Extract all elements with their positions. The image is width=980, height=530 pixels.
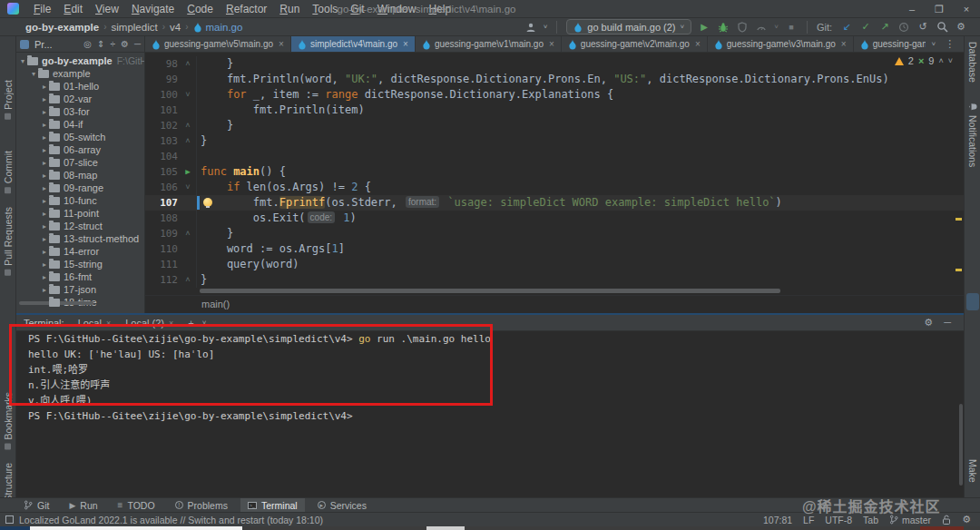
git-rollback-button[interactable]: ↺	[916, 20, 929, 34]
editor-tab-active[interactable]: simpledict\v4\main.go×	[291, 36, 416, 52]
code-line-111[interactable]: 111 query(word)	[145, 257, 964, 272]
fold-marker-icon[interactable]: ˄	[180, 56, 196, 72]
run-main-gutter-icon[interactable]: ▶	[185, 167, 190, 176]
tree-chevron-icon[interactable]: ▸	[40, 248, 49, 256]
tree-chevron-icon[interactable]: ▸	[40, 146, 49, 154]
intention-bulb-icon[interactable]	[203, 198, 212, 207]
prev-problem-icon[interactable]: ˄	[938, 56, 943, 65]
code-line-99[interactable]: 99 fmt.Println(word, "UK:", dictResponse…	[145, 72, 964, 87]
tool-window-button-git[interactable]: Git	[16, 498, 56, 513]
panel-settings-icon[interactable]: ⚙	[121, 39, 129, 49]
tab-close-icon[interactable]: ×	[841, 39, 847, 49]
background-tasks-icon[interactable]: ⚙	[962, 514, 971, 525]
tab-close-icon[interactable]: ×	[549, 39, 554, 49]
tree-chevron-icon[interactable]: ▾	[18, 57, 27, 65]
menu-item-code[interactable]: Code	[181, 0, 220, 18]
code-line-104[interactable]: 104	[145, 149, 964, 164]
project-tree-panel[interactable]: ▾go-by-exampleF:\GitHub▾example▸01-hello…	[16, 53, 145, 313]
next-problem-icon[interactable]: ˅	[948, 56, 953, 65]
breadcrumb-item[interactable]: v4	[170, 22, 181, 33]
error-stripe-mark[interactable]	[956, 269, 962, 271]
menu-item-view[interactable]: View	[89, 0, 125, 18]
tree-item-01-hello[interactable]: ▸01-hello	[16, 80, 144, 93]
git-history-icon[interactable]	[897, 20, 910, 34]
fold-marker-icon[interactable]: ˅	[180, 87, 196, 103]
tree-chevron-icon[interactable]: ▸	[40, 95, 49, 103]
tree-item-03-for[interactable]: ▸03-for	[16, 105, 144, 118]
menu-item-file[interactable]: File	[27, 0, 57, 18]
tree-item-example[interactable]: ▾example	[16, 67, 144, 80]
code-line-112[interactable]: 112˄}	[145, 272, 964, 288]
tree-chevron-icon[interactable]: ▾	[29, 70, 38, 78]
editor-tab[interactable]: guessing-game\v3\main.go×	[708, 36, 854, 52]
coverage-button[interactable]	[736, 20, 749, 34]
maximize-button[interactable]: ❐	[926, 0, 953, 18]
inspections-widget[interactable]: 2 × 9 ˄ ˅	[895, 55, 953, 66]
profile-chevron-icon[interactable]: ˅	[544, 23, 548, 31]
menu-item-navigate[interactable]: Navigate	[125, 0, 181, 18]
expand-all-icon[interactable]: ⇕	[97, 39, 104, 49]
editor-hscrollbar[interactable]	[200, 289, 780, 293]
close-button[interactable]: ×	[953, 0, 980, 18]
editor-tab[interactable]: guessing-game\v2\main.go×	[562, 36, 708, 52]
profile-icon[interactable]	[524, 20, 537, 34]
tree-chevron-icon[interactable]: ▸	[40, 133, 49, 142]
tree-chevron-icon[interactable]: ▸	[40, 83, 49, 91]
editor-tab[interactable]: guessing-game\v4\main.go×	[854, 36, 926, 52]
git-push-button[interactable]: ↗	[878, 20, 891, 34]
tree-item-15-string[interactable]: ▸15-string	[16, 258, 144, 270]
tree-item-06-array[interactable]: ▸06-array	[16, 143, 144, 156]
editor-options-icon[interactable]: ⋮	[945, 38, 955, 50]
tab-close-icon[interactable]: ×	[403, 39, 408, 49]
tree-item-11-point[interactable]: ▸11-point	[16, 207, 144, 220]
code-line-107[interactable]: 107 fmt.Fprintf(os.Stderr, format: `usag…	[145, 195, 964, 211]
readonly-lock-icon[interactable]	[942, 515, 951, 525]
menu-item-run[interactable]: Run	[273, 0, 306, 18]
hidden-tabs-dropdown-icon[interactable]: ˅	[931, 40, 936, 48]
fold-marker-icon[interactable]: ˄	[180, 118, 196, 133]
tree-item-16-fmt[interactable]: ▸16-fmt	[16, 270, 144, 283]
fold-marker-icon[interactable]: ˄	[180, 133, 196, 149]
tree-chevron-icon[interactable]: ▸	[40, 273, 49, 281]
editor-tab[interactable]: guessing-game\v1\main.go×	[416, 36, 562, 52]
collapse-all-icon[interactable]: ÷	[110, 39, 115, 49]
tool-window-button-terminal[interactable]: >_Terminal	[240, 498, 305, 513]
tool-window-button-services[interactable]: ▸Services	[310, 498, 374, 513]
tree-chevron-icon[interactable]: ▸	[40, 260, 49, 269]
fold-marker-icon[interactable]: ˅	[180, 180, 196, 195]
profiler-button[interactable]	[755, 20, 768, 34]
status-message[interactable]: Localized GoLand 2022.1 is available // …	[19, 515, 323, 525]
editor-breadcrumb[interactable]: main()	[145, 295, 964, 311]
terminal-vscrollbar[interactable]	[959, 404, 963, 486]
fold-marker-icon[interactable]: ˄	[180, 226, 196, 241]
tool-stripe-make[interactable]: Make	[967, 459, 978, 483]
code-line-105[interactable]: 105▶func main() {	[145, 164, 964, 180]
code-line-101[interactable]: 101 fmt.Println(item)	[145, 103, 964, 118]
breadcrumb-item[interactable]: simpledict	[112, 22, 158, 33]
menu-item-refactor[interactable]: Refactor	[220, 0, 273, 18]
tree-chevron-icon[interactable]: ▸	[40, 159, 49, 167]
code-line-109[interactable]: 109˄ }	[145, 226, 964, 241]
minimize-button[interactable]: –	[898, 0, 926, 18]
git-update-button[interactable]: ↙	[840, 20, 853, 34]
code-line-110[interactable]: 110 word := os.Args[1]	[145, 241, 964, 257]
code-line-103[interactable]: 103˄}	[145, 133, 964, 149]
fold-marker-icon[interactable]: ˄	[180, 272, 196, 288]
stop-button[interactable]: ■	[785, 20, 798, 34]
more-run-options-icon[interactable]: ˅	[774, 23, 779, 31]
tool-stripe-database[interactable]: Database	[967, 42, 978, 83]
tab-close-icon[interactable]: ×	[279, 39, 284, 49]
code-line-106[interactable]: 106˅ if len(os.Args) != 2 {	[145, 180, 964, 195]
tree-chevron-icon[interactable]: ▸	[40, 121, 49, 129]
tree-item-13-struct-method[interactable]: ▸13-struct-method	[16, 232, 144, 245]
tree-item-05-switch[interactable]: ▸05-switch	[16, 131, 144, 143]
tree-item-09-range[interactable]: ▸09-range	[16, 182, 144, 194]
tree-item-04-if[interactable]: ▸04-if	[16, 118, 144, 131]
settings-gear-icon[interactable]: ⚙	[955, 20, 967, 34]
tree-item-07-slice[interactable]: ▸07-slice	[16, 156, 144, 169]
breadcrumb-item-file[interactable]: main.go	[193, 22, 243, 33]
tree-item-10-func[interactable]: ▸10-func	[16, 194, 144, 207]
tree-chevron-icon[interactable]: ▸	[40, 286, 49, 294]
hide-panel-icon[interactable]: ─	[134, 39, 141, 49]
tree-item-08-map[interactable]: ▸08-map	[16, 169, 144, 182]
